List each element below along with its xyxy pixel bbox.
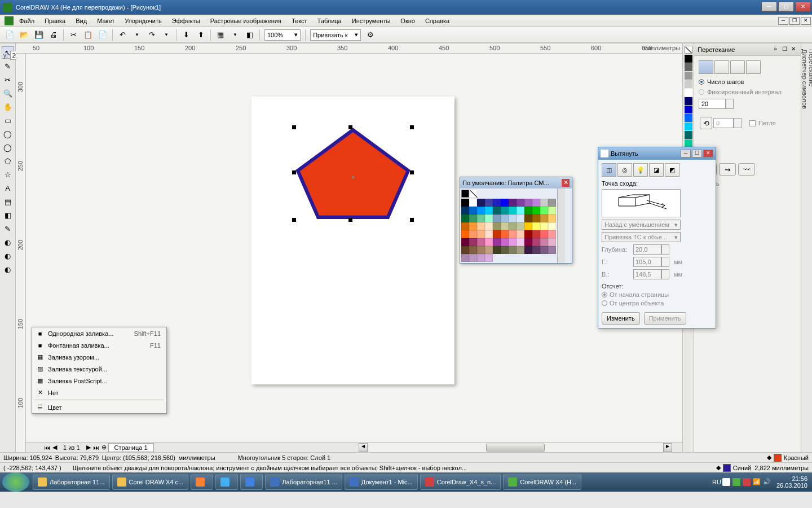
swatch[interactable] [509, 199, 517, 207]
swatch[interactable] [501, 246, 509, 254]
docker-close-icon[interactable]: ✕ [789, 46, 797, 54]
swatch[interactable] [493, 222, 501, 230]
swatch[interactable] [532, 199, 540, 207]
swatch[interactable] [509, 222, 517, 230]
path-btn-2[interactable]: ⇝ [719, 163, 736, 176]
taskbar-task[interactable] [215, 474, 238, 490]
page-last-icon[interactable]: ⏭ [92, 444, 100, 451]
swatch[interactable] [461, 254, 469, 262]
swatch[interactable] [477, 254, 485, 262]
swatch[interactable] [485, 246, 493, 254]
print-icon[interactable]: 🖨 [47, 29, 60, 41]
fill-menu-item[interactable]: ■Однородная заливка...Shift+F11 [32, 327, 166, 339]
import-icon[interactable]: ⬇ [180, 29, 192, 41]
swatch[interactable] [469, 199, 477, 207]
fill-menu-item[interactable]: ☰Цвет [32, 401, 166, 413]
swatch[interactable] [532, 246, 540, 254]
extrude-edit-button[interactable]: Изменить [602, 312, 640, 325]
swatch[interactable] [469, 238, 477, 246]
new-icon[interactable]: 📄 [3, 29, 16, 41]
menu-view[interactable]: Вид [76, 17, 87, 24]
tool-11[interactable]: ▤ [2, 195, 14, 208]
taskbar-task[interactable]: Лабораторная 11... [33, 474, 110, 490]
tool-5[interactable]: ▭ [2, 114, 14, 126]
strip-swatch[interactable] [685, 114, 692, 122]
extrude-tab-2[interactable]: ◎ [617, 163, 632, 177]
swatch[interactable] [517, 214, 524, 222]
scroll-left-icon[interactable]: ◀ [359, 443, 368, 452]
horizontal-scrollbar[interactable]: ◀ ▶ [359, 442, 672, 452]
app-launcher-icon[interactable]: ▦ [214, 29, 227, 41]
swatch[interactable] [532, 214, 540, 222]
taskbar-task[interactable]: Corel DRAW X4 c... [112, 474, 189, 490]
undo-icon[interactable]: ↶ [116, 29, 129, 41]
swatch[interactable] [524, 214, 532, 222]
swatch[interactable] [477, 230, 485, 238]
zoom-select[interactable]: 100%▾ [264, 29, 301, 41]
depth-spinner[interactable] [661, 244, 669, 255]
tool-14[interactable]: ◐ [2, 236, 14, 248]
taskbar-task[interactable]: Документ1 - Mic... [345, 474, 418, 490]
swatch[interactable] [540, 222, 548, 230]
page-first-icon[interactable]: ⏮ [43, 444, 51, 451]
swatch[interactable] [509, 238, 517, 246]
strip-swatch[interactable] [685, 131, 692, 139]
tool-3[interactable]: 🔍 [2, 87, 14, 99]
menu-effects[interactable]: Эффекты [172, 17, 200, 24]
copy-icon[interactable]: 📋 [82, 29, 94, 41]
swatch[interactable] [548, 207, 556, 214]
swatch[interactable] [469, 254, 477, 262]
swatch[interactable] [517, 207, 524, 214]
swatch[interactable] [509, 214, 517, 222]
tray-volume-icon[interactable]: 🔊 [763, 478, 771, 486]
outline-swatch[interactable] [723, 464, 731, 472]
palette-close-icon[interactable]: ✕ [562, 179, 570, 187]
extrude-titlebar[interactable]: Вытянуть ─ ☐ ✕ [598, 147, 716, 160]
no-fill-swatch[interactable] [685, 46, 692, 54]
docker-tab-misc[interactable] [746, 60, 761, 74]
docker-side-tabs[interactable]: Диспетчер символов Перетекание ✕ [801, 43, 812, 452]
undo-dropdown-icon[interactable]: ▼ [131, 29, 143, 41]
menu-arrange[interactable]: Упорядочить [125, 17, 161, 24]
strip-swatch[interactable] [685, 80, 692, 88]
mdi-close[interactable]: ✕ [801, 17, 811, 25]
tool-16[interactable]: ◐ [2, 263, 14, 275]
docker-tab-color[interactable] [730, 60, 745, 74]
lang-indicator[interactable]: RU [712, 479, 721, 485]
swatch[interactable] [548, 246, 556, 254]
strip-swatch[interactable] [685, 72, 692, 80]
extrude-type-select[interactable]: Назад с уменьшением▾ [602, 220, 681, 230]
handle-n[interactable] [348, 125, 352, 129]
swatch[interactable] [540, 207, 548, 214]
swatch[interactable] [485, 214, 493, 222]
swatch[interactable] [501, 207, 509, 214]
strip-swatch[interactable] [685, 97, 692, 105]
swatch[interactable] [461, 214, 469, 222]
mdi-restore[interactable]: ❐ [789, 17, 800, 25]
swatch[interactable] [540, 230, 548, 238]
taskbar-task[interactable]: CorelDRAW X4 (Н... [503, 474, 581, 490]
swatch[interactable] [485, 254, 493, 262]
menu-layout[interactable]: Макет [97, 17, 114, 24]
strip-swatch[interactable] [685, 106, 692, 113]
swatch[interactable] [485, 222, 493, 230]
menu-text[interactable]: Текст [292, 17, 307, 24]
steps-spinner[interactable] [726, 99, 734, 109]
tray-icon-2[interactable] [732, 478, 740, 486]
strip-swatch[interactable] [685, 139, 692, 147]
swatch[interactable] [501, 199, 509, 207]
swatch[interactable] [524, 222, 532, 230]
save-icon[interactable]: 💾 [33, 29, 45, 41]
swatch[interactable] [477, 222, 485, 230]
menu-file[interactable]: Файл [19, 17, 34, 24]
steps-radio[interactable]: Число шагов [699, 78, 796, 85]
swatch[interactable] [509, 246, 517, 254]
swatch[interactable] [517, 199, 524, 207]
paste-icon[interactable]: 📄 [96, 29, 109, 41]
mdi-minimize[interactable]: ─ [778, 17, 788, 25]
swatch[interactable] [461, 199, 469, 207]
swatch[interactable] [532, 230, 540, 238]
strip-swatch[interactable] [685, 89, 692, 97]
menu-table[interactable]: Таблица [317, 17, 342, 24]
handle-nw[interactable] [292, 125, 296, 129]
